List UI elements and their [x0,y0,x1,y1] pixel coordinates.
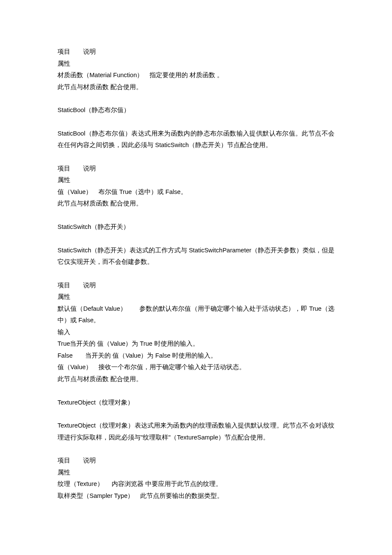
text-line: StaticSwitch（静态开关）表达式的工作方式与 StaticSwitch… [58,245,334,268]
section-gap [58,233,334,245]
page-content: 项目 说明属性材质函数（Material Function） 指定要使用的 材质… [0,0,392,555]
section-gap [58,151,334,163]
text-line: StaticSwitch（静态开关） [58,221,334,233]
text-line: TextureObject（纹理对象） [58,397,334,409]
text-line: True当开关的 值（Value）为 True 时使用的输入。 [58,338,334,350]
text-line: 属性 [58,291,334,303]
text-line: 输入 [58,327,334,338]
text-line: False 当开关的 值（Value）为 False 时使用的输入。 [58,350,334,362]
section-gap [58,385,334,397]
section-gap [58,268,334,280]
section-gap [58,210,334,221]
section-gap [58,116,334,128]
section-gap [58,408,334,420]
text-line: 纹理（Texture） 内容浏览器 中要应用于此节点的纹理。 [58,478,334,490]
text-line: 属性 [58,174,334,186]
text-line: 项目 说明 [58,163,334,175]
text-line: TextureObject（纹理对象）表达式用来为函数内的纹理函数输入提供默认纹… [58,420,334,443]
section-gap [58,443,334,455]
text-line: 取样类型（Sampler Type） 此节点所要输出的数据类型。 [58,490,334,502]
text-line: 属性 [58,467,334,479]
text-line: 此节点与材质函数 配合使用。 [58,198,334,210]
text-line: 此节点与材质函数 配合使用。 [58,373,334,385]
text-line: StaticBool（静态布尔值）表达式用来为函数内的静态布尔函数输入提供默认布… [58,128,334,151]
text-line: 此节点与材质函数 配合使用。 [58,81,334,93]
section-gap [58,93,334,104]
text-line: 项目 说明 [58,46,334,58]
text-line: 值（Value） 布尔值 True（选中）或 False。 [58,186,334,198]
text-line: StaticBool（静态布尔值） [58,104,334,116]
text-line: 属性 [58,58,334,70]
text-line: 值（Value） 接收一个布尔值，用于确定哪个输入处于活动状态。 [58,361,334,373]
text-line: 项目 说明 [58,455,334,467]
text-line: 材质函数（Material Function） 指定要使用的 材质函数 。 [58,69,334,81]
text-line: 项目 说明 [58,280,334,292]
text-line: 默认值（Default Value） 参数的默认布尔值（用于确定哪个输入处于活动… [58,303,334,327]
